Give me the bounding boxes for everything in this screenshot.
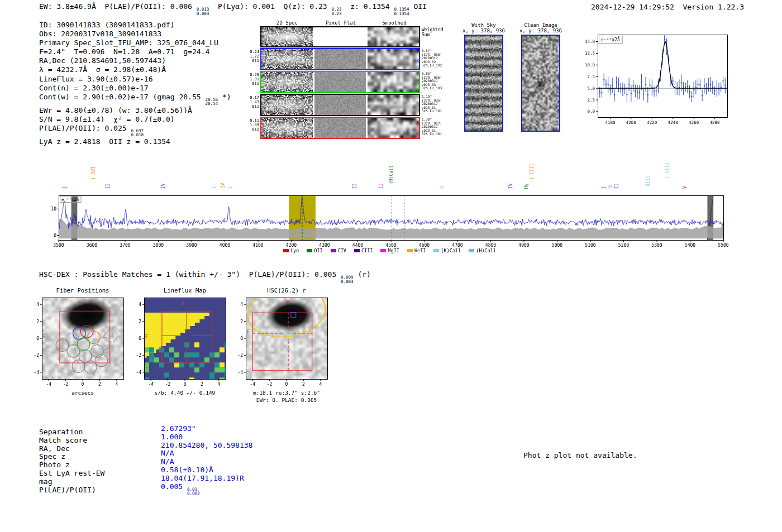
text-segment: P(LAE)/P(OII): 0.025	[39, 124, 131, 132]
spec2d-strip-group	[260, 117, 420, 139]
emission-line-label: ) OIII	[665, 162, 670, 179]
legend-item: CIII	[354, 248, 373, 253]
fiber-weights-label: 0.241.22011	[249, 48, 260, 70]
uncertainty-stack: 0.13540.1354	[394, 7, 409, 16]
spec2d-strip-spec	[261, 49, 313, 69]
legend-swatch	[433, 249, 439, 252]
spec2d-rows: WeightedSum0.241.220110.57"(378, 936)202…	[249, 26, 455, 139]
fiber-info-label: 1.39"(378, 927)20200317v018_01325_LU_101	[420, 117, 449, 139]
match-field-value: N/A	[161, 449, 174, 457]
fiber-positions-panel: Fiber Positions arcsecs	[26, 287, 130, 396]
legend-label: HeII	[414, 248, 426, 253]
info-line: EWr = 4.80(±0.78) (w: 3.80(±0.56))Å	[39, 106, 231, 115]
spec2d-fiber-row: 0.201.810110.83"(378, 936)20200317v018_0…	[249, 71, 455, 93]
legend-label: CIII	[361, 248, 373, 253]
fiber-info-label: 1.19"(378, 936)20200317v018_01325_LU_101	[420, 94, 449, 116]
legend-item: (H)Call	[469, 248, 496, 253]
match-field-value: 0.005 0.010.003	[161, 482, 200, 496]
spec2d-strip-flat	[314, 118, 366, 138]
spec2d-strip-smooth	[368, 49, 419, 69]
info-line: LineFlux = 3.90(±0.57)e-16	[39, 75, 231, 84]
spec2d-strip-smooth	[368, 72, 419, 92]
match-field-value: 18.04(17.91,18.19)R	[161, 474, 244, 482]
hsc-cutout-plot	[230, 295, 333, 389]
lineflux-caption: s/b: 4.40 +/- 0.149	[144, 389, 226, 396]
match-field-label: mag	[39, 477, 161, 486]
match-table-row: Spec zN/A	[39, 452, 252, 461]
text-segment: S/N = 9.8(±1.4) χ² = 0.7(±0.0)	[39, 115, 175, 123]
with-sky-title: With Sky	[462, 22, 505, 28]
text-segment: HSC-DEX : Possible Matches = 1 (within +…	[39, 270, 341, 279]
full-spectrum-plot	[47, 189, 732, 251]
emission-line-label: ) OVI	[92, 166, 96, 180]
text-segment: F=2.4" T=0.096 N=1.28 A=0.71 g=24.4	[39, 47, 209, 56]
match-field-value: 1.000	[161, 433, 183, 441]
fiber-weights-label: 0.111.89012	[249, 117, 260, 139]
text-segment: Cont(n) = 2.30(±0.00)e-17	[39, 84, 149, 92]
spec2d-strip-smooth	[368, 118, 419, 138]
match-field-label: Separation	[39, 428, 161, 436]
text-segment: Cont(w) = 2.90(±0.02)e-17 (gmag 20.55	[39, 93, 205, 101]
fiber-weights-label: 0.171.43011	[249, 94, 260, 116]
spec2d-strip-flatblank	[314, 27, 366, 46]
fiber-info-label: 0.83"(378, 936)20200317v018_03325_LU_103	[420, 71, 449, 93]
spec2d-column-headers: 2D Spec Pixel Flat Smoothed	[249, 20, 455, 26]
spec2d-strip-group	[260, 94, 420, 116]
legend-swatch	[354, 249, 360, 252]
emission-line-label: ) CIII	[530, 164, 535, 180]
uncertainty-stack: 0.230.23	[332, 7, 342, 16]
classification-summary: EW: 3.8±46.9Å P(LAE)/P(OII): 0.006 0.013…	[39, 2, 427, 16]
match-table-row: RA, Dec210.854280, 50.598138	[39, 444, 252, 453]
text-segment: (r)	[354, 270, 371, 279]
clean-image-cutout: Clean Image x, y: 378, 936	[519, 22, 562, 134]
text-segment: Primary Spec_Slot_IFU_AMP: 325_076_044_L…	[39, 39, 218, 47]
text-segment: OII	[409, 2, 427, 11]
spec2d-strip-spec	[261, 118, 313, 138]
lineflux-map-panel: Lineflux Map s/b: 4.40 +/- 0.149	[128, 287, 232, 396]
info-line: RA,Dec (210.854691,50.597443)	[39, 56, 231, 65]
line-fit-plot	[579, 29, 731, 131]
spec2d-strip-flat	[314, 72, 366, 92]
legend-label: (H)Call	[476, 248, 496, 253]
legend-item: HeII	[407, 248, 426, 253]
match-table-row: Photo zN/A	[39, 461, 252, 469]
fiber-positions-plot	[26, 295, 130, 389]
text-segment: z: 0.1354	[342, 2, 394, 11]
info-line: ID: 3090141833 (3090141833.pdf)	[39, 21, 231, 30]
timestamp: 2024-12-29 14:29:52	[591, 3, 674, 11]
uncertainty-stack: 0.0370.018	[131, 129, 144, 137]
spec2d-strip-spec	[261, 72, 313, 92]
version: Version 1.22.3	[683, 3, 744, 11]
report-meta: 2024-12-29 14:29:52 Version 1.22.3	[591, 3, 744, 11]
legend-item: (K)Call	[433, 248, 461, 253]
fiber-weights-label: 0.201.81011	[249, 71, 260, 93]
legend-label: OII	[314, 248, 322, 253]
match-field-value: N/A	[161, 457, 174, 466]
text-segment: Obs: 20200317v018_3090141833	[39, 30, 161, 38]
info-line: LyA z = 2.4818 OII z = 0.1354	[39, 137, 231, 146]
hsc-caption-ew: EWr: 0. PLAE: 0.005	[246, 396, 327, 404]
fiber-info-label: 0.57"(378, 936)20200317v018_02325_LU_102	[420, 48, 449, 70]
info-line: Obs: 20200317v018_3090141833	[39, 30, 231, 39]
elixer-report-page: { "colors": { "value_blue": "#0000cc", "…	[0, 0, 782, 532]
column-header-smoothed: Smoothed	[368, 20, 421, 26]
spec2d-strip-group	[260, 26, 420, 47]
text-segment: LineFlux = 3.90(±0.57)e-16	[39, 75, 153, 83]
spec2d-strip-spec	[261, 95, 313, 115]
text-segment: P(Lyα): 0.001 Q(z): 0.23	[209, 2, 331, 11]
legend-label: MgII	[388, 248, 399, 253]
fiber-positions-title: Fiber Positions	[42, 287, 123, 295]
spec2d-strip-spec	[261, 27, 313, 46]
with-sky-image	[464, 35, 503, 132]
spec2d-strip-group	[260, 48, 420, 70]
info-line: Primary Spec_Slot_IFU_AMP: 325_076_044_L…	[39, 39, 231, 47]
clean-image-title: Clean Image	[519, 22, 562, 28]
legend-swatch	[283, 249, 289, 252]
spec2d-strip-group	[260, 71, 420, 93]
legend-swatch	[469, 249, 474, 252]
text-segment: λ = 4232.7Å σ = 2.98(±0.48)Å	[39, 65, 166, 74]
match-field-label: Photo z	[39, 461, 161, 469]
hsc-caption-morphology: m:18.1 re:3.7" s:2.6"	[246, 389, 327, 396]
spec2d-strip-smooth	[368, 27, 419, 46]
weighted-sum-label: WeightedSum	[420, 26, 449, 47]
